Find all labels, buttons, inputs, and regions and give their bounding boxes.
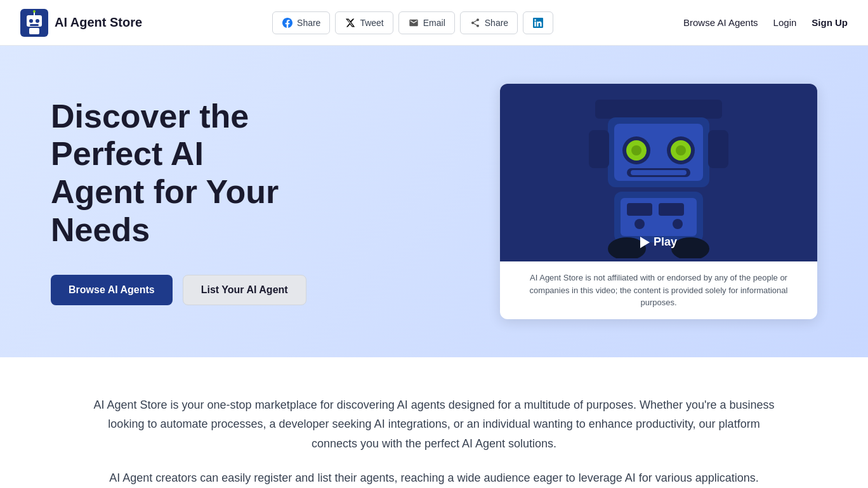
facebook-share-label: Share (297, 18, 320, 28)
content-p2: AI Agent creators can easily register an… (85, 468, 783, 488)
play-label: Play (654, 235, 677, 249)
email-icon (408, 17, 419, 29)
twitter-tweet-button[interactable]: Tweet (335, 11, 393, 34)
svg-point-6 (33, 10, 36, 13)
hero-section: Discover the Perfect AI Agent for Your N… (0, 46, 868, 357)
play-button[interactable]: Play (640, 235, 677, 249)
email-share-label: Email (423, 18, 445, 28)
facebook-share-button[interactable]: Share (272, 11, 330, 34)
svg-rect-24 (627, 203, 652, 216)
login-link[interactable]: Login (773, 17, 797, 28)
svg-point-26 (635, 219, 645, 229)
svg-rect-20 (589, 130, 609, 168)
social-buttons: Share Tweet Email Share (272, 11, 553, 34)
hero-heading-line1: Discover the Perfect AI (51, 98, 249, 173)
signup-link[interactable]: Sign Up (812, 17, 848, 28)
svg-point-2 (29, 19, 33, 23)
nav-links: Browse AI Agents Login Sign Up (683, 17, 848, 28)
svg-point-27 (673, 219, 683, 229)
robot-illustration (557, 87, 760, 258)
svg-rect-21 (708, 130, 728, 168)
svg-rect-19 (631, 170, 687, 175)
video-thumbnail[interactable]: Play (500, 84, 817, 261)
navbar: AI Agent Store Share Tweet Email (0, 0, 868, 46)
content-p1: AI Agent Store is your one-stop marketpl… (85, 395, 783, 454)
svg-point-17 (676, 145, 686, 155)
brand-icon (20, 9, 48, 37)
share-icon (470, 17, 481, 29)
hero-left: Discover the Perfect AI Agent for Your N… (51, 98, 355, 305)
svg-point-3 (36, 19, 39, 23)
svg-rect-7 (29, 28, 39, 34)
hero-heading-line2: Agent for Your Needs (51, 173, 279, 248)
svg-rect-9 (595, 100, 722, 119)
video-card[interactable]: Play AI Agent Store is not affiliated wi… (500, 84, 817, 319)
share-label: Share (485, 18, 508, 28)
svg-rect-25 (659, 203, 684, 216)
hero-right: Play AI Agent Store is not affiliated wi… (500, 84, 817, 319)
brand-name: AI Agent Store (55, 15, 142, 30)
browse-agents-button[interactable]: Browse AI Agents (51, 275, 173, 305)
linkedin-share-button[interactable] (523, 11, 553, 34)
twitter-tweet-label: Tweet (360, 18, 383, 28)
content-section: AI Agent Store is your one-stop marketpl… (0, 357, 868, 489)
svg-point-14 (631, 145, 641, 155)
svg-rect-4 (30, 24, 39, 26)
browse-agents-link[interactable]: Browse AI Agents (683, 17, 758, 28)
brand-logo[interactable]: AI Agent Store (20, 9, 142, 37)
hero-heading: Discover the Perfect AI Agent for Your N… (51, 98, 355, 249)
email-share-button[interactable]: Email (398, 11, 455, 34)
hero-buttons: Browse AI Agents List Your AI Agent (51, 275, 355, 305)
share-button[interactable]: Share (460, 11, 518, 34)
twitter-icon (345, 17, 356, 29)
facebook-icon (282, 17, 293, 29)
linkedin-icon (532, 17, 544, 29)
video-caption: AI Agent Store is not affiliated with or… (500, 261, 817, 319)
list-agent-button[interactable]: List Your AI Agent (183, 275, 306, 305)
play-triangle-icon (640, 237, 650, 248)
